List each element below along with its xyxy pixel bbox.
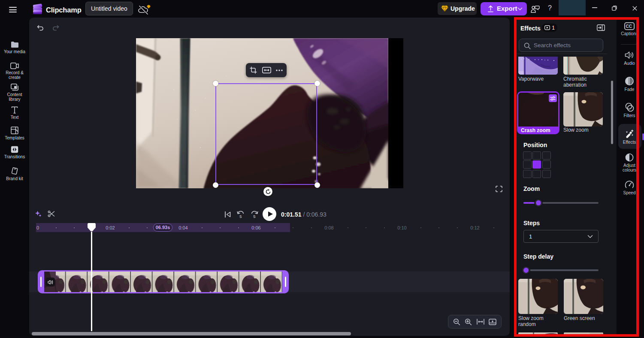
svg-text:5: 5	[239, 214, 242, 219]
svg-text:5: 5	[253, 214, 255, 219]
